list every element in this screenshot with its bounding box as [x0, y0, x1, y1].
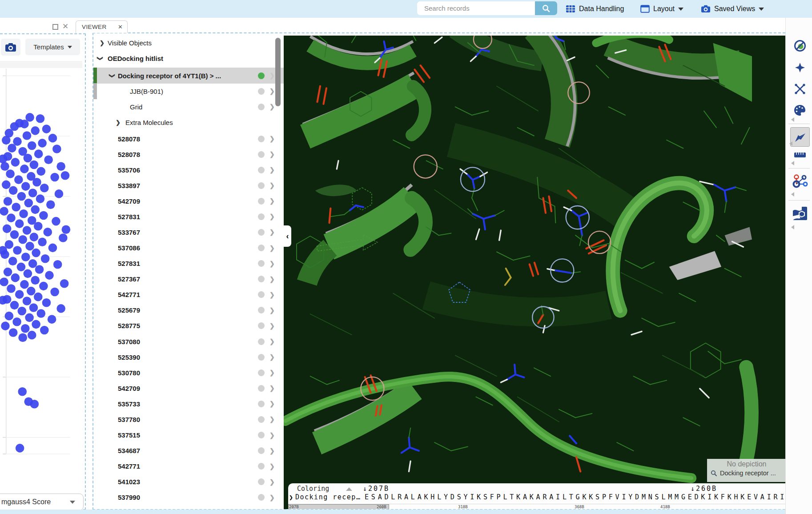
tree-row[interactable]: 537780❯ — [93, 411, 284, 427]
visibility-dot[interactable] — [258, 401, 265, 407]
more-options-icon[interactable] — [791, 192, 794, 197]
tree-row[interactable]: 533897❯ — [93, 177, 284, 193]
chevron-right-icon[interactable]: ❯ — [269, 369, 275, 376]
chevron-right-icon[interactable]: ❯ — [269, 260, 275, 267]
tree-row[interactable]: 535733❯ — [93, 396, 284, 412]
tree-row[interactable]: 525390❯ — [93, 349, 284, 365]
tree-row[interactable]: JJB(B-901)❯ — [93, 83, 284, 99]
search-input[interactable]: Search records — [417, 1, 535, 15]
tree-row-selected[interactable]: ❯Docking receptor of 4YT1(B) > ...❯ — [93, 68, 284, 84]
tree-row[interactable]: 528775❯ — [93, 318, 284, 334]
visibility-dot[interactable] — [258, 260, 265, 267]
close-icon[interactable]: ✕ — [62, 23, 68, 30]
chevron-right-icon[interactable]: ❯ — [269, 103, 275, 110]
sequence-letters[interactable]: ESADLRALAKHLYDSYIKSFPLTKAKARAILTGKKSPFVI… — [365, 493, 785, 501]
visibility-dot[interactable] — [258, 291, 265, 298]
minimap-thumb[interactable] — [288, 504, 389, 510]
tree-row[interactable]: 537990❯ — [93, 490, 284, 506]
chevron-right-icon[interactable]: ❯ — [269, 151, 275, 158]
visibility-dot[interactable] — [258, 463, 265, 470]
chevron-right-icon[interactable]: ❯ — [269, 494, 275, 501]
tree-row[interactable]: 534687❯ — [93, 443, 284, 459]
saved-views-button[interactable]: Saved Views — [701, 0, 764, 18]
chevron-right-icon[interactable]: ❯ — [269, 322, 275, 329]
visibility-dot[interactable] — [258, 88, 265, 95]
chevron-right-icon[interactable]: ❯ — [269, 72, 275, 79]
score-select[interactable]: mgauss4 Score — [0, 494, 84, 510]
chevron-up-icon[interactable] — [346, 487, 352, 491]
tree-row[interactable]: 542709❯ — [93, 193, 284, 209]
more-options-icon[interactable] — [789, 141, 792, 146]
tree-row[interactable]: 528078❯ — [93, 146, 284, 162]
visibility-dot[interactable] — [258, 213, 265, 220]
chevron-down-icon[interactable]: ❯ — [109, 73, 116, 78]
tree-row[interactable]: ❯Visible Objects — [93, 35, 284, 51]
tree-row[interactable]: 527831❯ — [93, 209, 284, 225]
chevron-right-icon[interactable]: ❯ — [269, 182, 275, 189]
tree-row[interactable]: 527831❯ — [93, 256, 284, 272]
chevron-right-icon[interactable]: ❯ — [269, 478, 275, 486]
more-options-icon[interactable] — [791, 225, 794, 229]
visibility-dot[interactable] — [258, 447, 265, 454]
visibility-dot[interactable] — [258, 151, 265, 158]
chevron-right-icon[interactable]: ❯ — [269, 197, 275, 205]
scatter-plot[interactable] — [0, 34, 86, 511]
collapse-tree-handle[interactable]: ‹ — [284, 225, 291, 247]
tree-row[interactable]: 542771❯ — [93, 458, 284, 474]
visibility-dot[interactable] — [258, 104, 265, 110]
measure-tool-button[interactable] — [790, 148, 810, 162]
visibility-dot-on[interactable] — [258, 72, 265, 79]
maximize-icon[interactable] — [52, 24, 58, 30]
more-options-icon[interactable] — [791, 117, 794, 122]
visibility-dot[interactable] — [258, 198, 265, 205]
chevron-right-icon[interactable]: ❯ — [116, 119, 121, 126]
chevron-right-icon[interactable]: ❯ — [269, 229, 275, 236]
visibility-dot[interactable] — [258, 229, 265, 236]
chevron-down-icon[interactable]: ❯ — [97, 56, 104, 61]
visibility-dot[interactable] — [258, 354, 265, 361]
tree-row[interactable]: 537086❯ — [93, 240, 284, 256]
layout-button[interactable]: Layout — [640, 0, 683, 18]
depiction-search-row[interactable]: Docking receptor ... — [707, 468, 785, 477]
chevron-right-icon[interactable]: ❯ — [269, 166, 275, 173]
tree-row[interactable]: ❯OEDocking hitlist — [93, 50, 284, 66]
chevron-right-icon[interactable]: ❯ — [269, 135, 275, 142]
visibility-dot[interactable] — [258, 385, 265, 392]
chevron-right-icon[interactable]: ❯ — [269, 291, 275, 298]
visibility-dot[interactable] — [258, 307, 265, 313]
chevron-right-icon[interactable]: ❯ — [100, 40, 105, 46]
tree-row[interactable]: 535706❯ — [93, 162, 284, 178]
chevron-right-icon[interactable]: ❯ — [269, 432, 275, 439]
sequence-minimap[interactable]: 207B260B318B368B418B — [288, 504, 785, 510]
chevron-right-icon[interactable]: ❯ — [269, 276, 275, 283]
tree-row[interactable]: 533767❯ — [93, 224, 284, 240]
chevron-right-icon[interactable]: ❯ — [269, 245, 275, 252]
row-expand-icon[interactable]: ❯ — [289, 494, 293, 502]
visibility-dot[interactable] — [258, 136, 265, 142]
tree-row[interactable]: 542771❯ — [93, 287, 284, 303]
chevron-right-icon[interactable]: ❯ — [269, 213, 275, 220]
tree-row[interactable]: 542709❯ — [93, 380, 284, 396]
chevron-right-icon[interactable]: ❯ — [269, 416, 275, 423]
chevron-right-icon[interactable]: ❯ — [269, 88, 275, 95]
more-options-icon[interactable] — [791, 161, 794, 165]
tab-viewer[interactable]: VIEWER ✕ — [76, 20, 128, 33]
molecule-tool-button[interactable] — [790, 172, 810, 191]
tree-row[interactable]: 537080❯ — [93, 333, 284, 349]
chevron-right-icon[interactable]: ❯ — [269, 353, 275, 361]
tab-close-icon[interactable]: ✕ — [118, 24, 123, 30]
tree-row[interactable]: 541023❯ — [93, 474, 284, 490]
chevron-right-icon[interactable]: ❯ — [269, 400, 275, 407]
visibility-dot[interactable] — [258, 322, 265, 329]
tree-row[interactable]: 527367❯ — [93, 271, 284, 287]
molecule-viewport[interactable] — [284, 36, 785, 510]
visibility-dot[interactable] — [258, 245, 265, 251]
visibility-dot[interactable] — [258, 338, 265, 345]
chevron-right-icon[interactable]: ❯ — [269, 463, 275, 470]
tree-scrollbar[interactable] — [275, 38, 281, 106]
visibility-dot[interactable] — [258, 167, 265, 173]
visibility-dot[interactable] — [258, 432, 265, 438]
tree-row[interactable]: Grid❯ — [93, 99, 284, 115]
no-display-button[interactable] — [790, 36, 810, 56]
visibility-dot[interactable] — [258, 276, 265, 282]
